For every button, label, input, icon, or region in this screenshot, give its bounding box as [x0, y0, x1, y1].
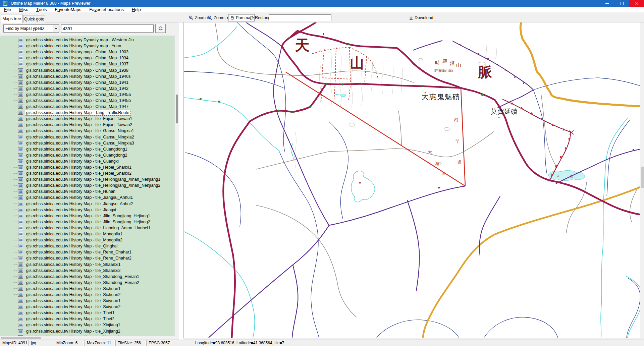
- tree-row-label: gis.rchss.sinica.edu.tw History Map - Ch…: [25, 92, 132, 97]
- minimize-button[interactable]: [600, 0, 614, 7]
- tree-connector: [13, 222, 17, 222]
- tree-row[interactable]: gis.rchss.sinica.edu.tw History Dynasty …: [0, 43, 174, 49]
- tree-row[interactable]: gis.rchss.sinica.edu.tw History Map - Ch…: [0, 73, 174, 79]
- map-item-icon: [18, 93, 23, 97]
- tree-row[interactable]: gis.rchss.sinica.edu.tw History Map - ti…: [0, 201, 174, 207]
- tree-row[interactable]: gis.rchss.sinica.edu.tw History Map - ti…: [0, 152, 174, 158]
- map-item-icon: [18, 263, 23, 267]
- tree-row[interactable]: gis.rchss.sinica.edu.tw History Map - ti…: [0, 237, 174, 243]
- tree-row[interactable]: gis.rchss.sinica.edu.tw History Map - Ch…: [0, 79, 174, 85]
- tab-toolbar-strip: Maps tree Quick goto Zoom in Zoom out Pa…: [0, 12, 644, 22]
- tab-maps-tree[interactable]: Maps tree: [1, 14, 22, 23]
- panel-splitter[interactable]: [179, 22, 183, 340]
- tree-connector: [13, 167, 17, 168]
- tree-row[interactable]: gis.rchss.sinica.edu.tw History Map - ti…: [0, 225, 174, 231]
- map-vertical-scrollbar[interactable]: [640, 22, 644, 338]
- tree-horizontal-scrollbar[interactable]: [0, 336, 179, 340]
- tree-row[interactable]: gis.rchss.sinica.edu.tw History Map - ti…: [0, 122, 174, 128]
- tree-row[interactable]: gis.rchss.sinica.edu.tw History Map - ti…: [0, 298, 174, 304]
- tree-row[interactable]: gis.rchss.sinica.edu.tw History Map - ti…: [0, 134, 174, 140]
- tree-row[interactable]: gis.rchss.sinica.edu.tw History Map - ti…: [0, 316, 174, 322]
- tree-row[interactable]: gis.rchss.sinica.edu.tw History Map - ti…: [0, 140, 174, 146]
- tree-row[interactable]: gis.rchss.sinica.edu.tw History map - Ch…: [0, 55, 174, 61]
- find-by-dropdown[interactable]: Find by MapsTypeID: [3, 24, 59, 33]
- menu-tools[interactable]: Tools: [32, 7, 51, 12]
- svg-text:浚: 浚: [450, 60, 455, 66]
- menu-file[interactable]: File: [0, 7, 15, 12]
- tree-row[interactable]: gis.rchss.sinica.edu.tw History Map - ti…: [0, 243, 174, 249]
- tree-connector: [13, 155, 17, 155]
- tree-row[interactable]: gis.rchss.sinica.edu.tw History Map - ti…: [0, 280, 174, 286]
- tree-row[interactable]: gis.rchss.sinica.edu.tw History Map - ti…: [0, 164, 174, 170]
- tree-row[interactable]: gis.rchss.sinica.edu.tw History Map - ti…: [0, 304, 174, 310]
- maximize-button[interactable]: [614, 0, 629, 7]
- tree-row[interactable]: gis.rchss.sinica.edu.tw History Map - ti…: [0, 261, 174, 267]
- map-preview-area[interactable]: ★ ★ ★ 天 山 脈 時羅浚山 (巴爾庫山脈) 大惠鬼魅磧 莫賀延磧 大海道 …: [183, 22, 640, 338]
- search-button[interactable]: [155, 24, 166, 33]
- tree-connector: [13, 331, 17, 331]
- menu-misc[interactable]: Misc: [15, 7, 32, 12]
- tree-row[interactable]: gis.rchss.sinica.edu.tw History Map - ti…: [0, 176, 174, 182]
- tree-row-label: gis.rchss.sinica.edu.tw History Map - ti…: [25, 274, 140, 279]
- tree-row[interactable]: gis.rchss.sinica.edu.tw History Map - ti…: [0, 328, 174, 334]
- tree-row[interactable]: gis.rchss.sinica.edu.tw History Map - ti…: [0, 128, 174, 134]
- map-item-icon: [18, 208, 23, 212]
- tree-row[interactable]: gis.rchss.sinica.edu.tw History Map - ti…: [0, 255, 174, 261]
- map-item-icon: [18, 62, 23, 66]
- tree-row[interactable]: gis.rchss.sinica.edu.tw History map - Ch…: [0, 49, 174, 55]
- tree-row-label: gis.rchss.sinica.edu.tw History Map - ti…: [25, 140, 135, 146]
- tree-row[interactable]: gis.rchss.sinica.edu.tw History Map - Ch…: [0, 92, 174, 98]
- tree-row[interactable]: gis.rchss.sinica.edu.tw History Map - ti…: [0, 116, 174, 122]
- tree-row[interactable]: gis.rchss.sinica.edu.tw History Dynasty …: [0, 37, 174, 43]
- tree-scrollbar-thumb[interactable]: [176, 95, 178, 123]
- tree-row[interactable]: gis.rchss.sinica.edu.tw History Map - Ch…: [0, 61, 174, 67]
- menu-help[interactable]: Help: [128, 7, 145, 12]
- map-scrollbar-thumb[interactable]: [641, 167, 644, 188]
- tree-row-label: gis.rchss.sinica.edu.tw History Map - ti…: [25, 268, 121, 273]
- map-canvas[interactable]: ★ ★ ★ 天 山 脈 時羅浚山 (巴爾庫山脈) 大惠鬼魅磧 莫賀延磧 大海道 …: [184, 22, 640, 338]
- tree-row[interactable]: gis.rchss.sinica.edu.tw History Map - Ch…: [0, 104, 174, 110]
- tree-row[interactable]: gis.rchss.sinica.edu.tw History Map - ti…: [0, 219, 174, 225]
- tree-row[interactable]: gis.rchss.sinica.edu.tw History Map - Ta…: [0, 110, 174, 116]
- map-item-icon: [18, 183, 23, 187]
- tree-row[interactable]: gis.rchss.sinica.edu.tw History Map - ti…: [0, 158, 174, 164]
- tree-row[interactable]: gis.rchss.sinica.edu.tw History Map - ti…: [0, 322, 174, 328]
- station-markers: ★ ★ ★: [200, 33, 634, 188]
- map-item-icon: [18, 195, 23, 199]
- download-button[interactable]: Download: [407, 14, 435, 21]
- map-item-icon: [18, 141, 23, 145]
- tree-row[interactable]: gis.rchss.sinica.edu.tw History Map - ti…: [0, 231, 174, 237]
- tree-row[interactable]: gis.rchss.sinica.edu.tw History Map - ti…: [0, 268, 174, 274]
- tree-row[interactable]: gis.rchss.sinica.edu.tw History Map - ti…: [0, 207, 174, 213]
- tree-row[interactable]: gis.rchss.sinica.edu.tw History Map - ti…: [0, 274, 174, 280]
- tree-row[interactable]: gis.rchss.sinica.edu.tw History Map - ti…: [0, 310, 174, 316]
- toolbar-text-input[interactable]: [269, 14, 331, 21]
- tree-row-label: gis.rchss.sinica.edu.tw History Map - Ch…: [25, 98, 132, 103]
- tree-hscrollbar-thumb[interactable]: [1, 337, 41, 339]
- tree-row[interactable]: gis.rchss.sinica.edu.tw History Map - ti…: [0, 292, 174, 298]
- map-item-icon: [18, 38, 23, 42]
- tree-row[interactable]: gis.rchss.sinica.edu.tw History Map - ti…: [0, 170, 174, 176]
- tree-connector: [13, 252, 17, 252]
- tree-row[interactable]: gis.rchss.sinica.edu.tw History Map - ti…: [0, 194, 174, 200]
- tree-vertical-scrollbar[interactable]: [174, 36, 179, 336]
- menu-favoritelocations[interactable]: FavoriteLocations: [85, 7, 128, 12]
- tree-row[interactable]: gis.rchss.sinica.edu.tw History Map - ti…: [0, 146, 174, 152]
- tree-row[interactable]: gis.rchss.sinica.edu.tw History Map - Ch…: [0, 85, 174, 92]
- map-item-icon: [18, 74, 23, 78]
- search-input[interactable]: 4391: [61, 24, 154, 33]
- tree-row[interactable]: gis.rchss.sinica.edu.tw History Map - ti…: [0, 213, 174, 219]
- map-item-icon: [18, 177, 23, 181]
- map-item-icon: [18, 250, 23, 254]
- tree-row[interactable]: gis.rchss.sinica.edu.tw History Map - Ch…: [0, 98, 174, 104]
- tree-row[interactable]: gis.rchss.sinica.edu.tw History Map - ti…: [0, 286, 174, 292]
- close-button[interactable]: [629, 0, 644, 7]
- menu-favoritemaps[interactable]: FavoriteMaps: [51, 7, 86, 12]
- status-panel: EPSG:3857: [146, 340, 192, 346]
- tree-row[interactable]: gis.rchss.sinica.edu.tw History Map - ti…: [0, 188, 174, 194]
- tree-row[interactable]: gis.rchss.sinica.edu.tw History Map - ti…: [0, 182, 174, 188]
- tree-row[interactable]: gis.rchss.sinica.edu.tw History Map - Ch…: [0, 67, 174, 73]
- tree-row[interactable]: gis.rchss.sinica.edu.tw History Map - ti…: [0, 249, 174, 255]
- tab-quick-goto[interactable]: Quick goto: [23, 15, 45, 23]
- map-item-icon: [18, 287, 23, 291]
